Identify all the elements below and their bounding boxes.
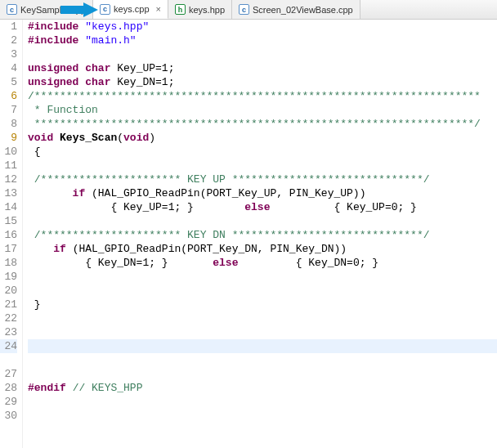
line-number: 7	[0, 103, 17, 117]
tab-label: KeySampler.cpp	[20, 5, 86, 15]
line-number: 15	[0, 214, 17, 228]
line-number: 4	[0, 61, 17, 75]
line-number: 28	[0, 381, 17, 395]
line-number: 11	[0, 159, 17, 172]
code-line[interactable]: ****************************************…	[28, 117, 497, 131]
line-gutter: 1234567891011121314151617181920212223242…	[0, 20, 23, 448]
code-line[interactable]: /***************************************…	[28, 89, 497, 103]
line-number: 17	[0, 242, 17, 256]
line-number: 2	[0, 34, 17, 47]
code-line[interactable]: #endif // KEYS_HPP	[28, 381, 497, 395]
code-line[interactable]	[28, 47, 497, 61]
code-line[interactable]	[28, 367, 497, 381]
code-line[interactable]: * Function	[28, 103, 497, 117]
code-line[interactable]: unsigned char Key_DN=1;	[28, 75, 497, 89]
line-number: 24	[0, 339, 17, 353]
code-line[interactable]: if (HAL_GPIO_ReadPin(PORT_Key_DN, PIN_Ke…	[28, 242, 497, 256]
code-line[interactable]: }	[28, 298, 497, 311]
line-number: 19	[0, 270, 17, 284]
cpp-icon: c	[7, 4, 17, 15]
line-number: 3	[0, 47, 17, 61]
line-number: 1	[0, 20, 17, 34]
line-number: 29	[0, 395, 17, 409]
tab-screen02[interactable]: c Screen_02ViewBase.cpp	[232, 0, 360, 19]
code-line[interactable]: #include "main.h"	[28, 34, 497, 47]
line-number: 22	[0, 311, 17, 325]
code-line[interactable]: { Key_UP=1; } else { Key_UP=0; }	[28, 200, 497, 214]
code-editor[interactable]: 1234567891011121314151617181920212223242…	[0, 20, 497, 448]
code-line[interactable]	[28, 353, 497, 367]
line-number: 9	[0, 131, 17, 145]
code-line[interactable]	[28, 270, 497, 284]
code-line[interactable]	[28, 311, 497, 325]
code-line[interactable]: /********************** KEY UP *********…	[28, 172, 497, 186]
tab-keysampler[interactable]: c KeySampler.cpp	[0, 0, 93, 19]
code-line[interactable]	[28, 214, 497, 228]
cpp-icon: c	[239, 4, 249, 15]
line-number: 27	[0, 367, 17, 381]
line-number: 14	[0, 200, 17, 214]
code-line[interactable]: unsigned char Key_UP=1;	[28, 61, 497, 75]
code-line[interactable]	[28, 325, 497, 339]
line-number: 13	[0, 186, 17, 200]
line-number: 16	[0, 228, 17, 242]
tab-bar: c KeySampler.cpp c keys.cpp × h keys.hpp…	[0, 0, 497, 20]
hpp-icon: h	[175, 4, 186, 15]
tab-label: keys.cpp	[114, 4, 149, 14]
tab-label: Screen_02ViewBase.cpp	[253, 5, 353, 15]
line-number: 10	[0, 145, 17, 159]
close-icon[interactable]: ×	[156, 4, 161, 14]
code-area[interactable]: #include "keys.hpp"#include "main.h"unsi…	[23, 20, 497, 448]
line-number: 21	[0, 298, 17, 311]
code-line[interactable]: { Key_DN=1; } else { Key_DN=0; }	[28, 256, 497, 270]
code-line[interactable]: void Keys_Scan(void)	[28, 131, 497, 145]
line-number: 5	[0, 75, 17, 89]
line-number: 12	[0, 172, 17, 186]
code-line[interactable]	[28, 409, 497, 423]
cpp-icon: c	[100, 4, 110, 15]
tab-keys-cpp[interactable]: c keys.cpp ×	[93, 0, 168, 19]
tab-label: keys.hpp	[189, 5, 225, 15]
code-line[interactable]: {	[28, 145, 497, 159]
line-number: 20	[0, 284, 17, 298]
code-line[interactable]: #include "keys.hpp"	[28, 20, 497, 34]
code-line[interactable]	[28, 339, 497, 353]
line-number	[0, 353, 17, 367]
line-number: 30	[0, 409, 17, 423]
tab-keys-hpp[interactable]: h keys.hpp	[168, 0, 232, 19]
code-line[interactable]: /********************** KEY DN *********…	[28, 228, 497, 242]
line-number: 8	[0, 117, 17, 131]
line-number: 6	[0, 89, 17, 103]
code-line[interactable]	[28, 395, 497, 409]
code-line[interactable]: if (HAL_GPIO_ReadPin(PORT_Key_UP, PIN_Ke…	[28, 186, 497, 200]
code-line[interactable]	[28, 159, 497, 172]
line-number: 18	[0, 256, 17, 270]
line-number: 23	[0, 325, 17, 339]
code-line[interactable]	[28, 284, 497, 298]
